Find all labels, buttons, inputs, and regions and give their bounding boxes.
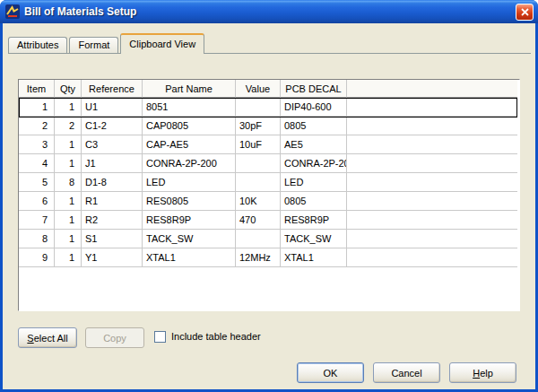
table-cell-filler <box>347 154 517 173</box>
table-cell: S1 <box>82 230 143 248</box>
table-cell: 1 <box>55 135 82 154</box>
table-cell: DIP40-600 <box>281 98 347 117</box>
table-cell: Y1 <box>82 248 143 267</box>
bill-of-materials-dialog: Bill of Materials Setup Attributes Forma… <box>0 0 538 392</box>
bom-grid-viewport: ItemQtyReferencePart NameValuePCB DECAL … <box>19 80 517 309</box>
table-cell: 30pF <box>236 117 281 135</box>
window-title: Bill of Materials Setup <box>24 0 136 23</box>
column-header: Item <box>19 80 55 98</box>
table-cell: 1 <box>55 98 82 117</box>
table-cell: 9 <box>19 248 55 267</box>
table-row[interactable]: 81S1TACK_SWTACK_SW <box>19 230 517 248</box>
close-x-icon <box>521 8 529 16</box>
table-cell: 5 <box>19 173 55 192</box>
table-cell-filler <box>347 98 517 117</box>
table-cell-filler <box>347 135 517 154</box>
cancel-button[interactable]: Cancel <box>373 362 440 383</box>
table-cell: 1 <box>19 98 55 117</box>
ok-button[interactable]: OK <box>297 362 364 383</box>
table-cell: 8051 <box>143 98 236 117</box>
column-header: Qty <box>55 80 82 98</box>
column-header: PCB DECAL <box>281 80 347 98</box>
table-cell: 8 <box>55 173 82 192</box>
table-cell: CAP-AE5 <box>143 135 236 154</box>
tab-clipboard-view[interactable]: Clipboard View <box>120 33 204 54</box>
include-table-header-checkbox[interactable] <box>154 331 166 343</box>
table-cell: RES0805 <box>143 192 236 211</box>
table-cell: 10uF <box>236 135 281 154</box>
table-cell: C3 <box>82 135 143 154</box>
table-cell: 1 <box>55 248 82 267</box>
table-row[interactable]: 91Y1XTAL112MHzXTAL1 <box>19 248 517 267</box>
table-cell: CAP0805 <box>143 117 236 135</box>
bom-grid: ItemQtyReferencePart NameValuePCB DECAL … <box>18 79 520 311</box>
table-cell: 7 <box>19 211 55 230</box>
table-cell: J1 <box>82 154 143 173</box>
table-cell: 0805 <box>281 192 347 211</box>
table-cell: 10K <box>236 192 281 211</box>
table-cell: LED <box>281 173 347 192</box>
tab-baseline <box>8 53 531 54</box>
copy-button[interactable]: Copy <box>85 327 144 348</box>
table-cell: D1-8 <box>82 173 143 192</box>
table-cell: 4 <box>19 154 55 173</box>
table-cell-filler <box>347 117 517 135</box>
include-table-header-label: Include table header <box>171 330 261 344</box>
column-header: Part Name <box>143 80 236 98</box>
table-cell-filler <box>347 211 517 230</box>
help-button[interactable]: Help <box>449 362 516 383</box>
table-cell-filler <box>347 173 517 192</box>
table-cell-filler <box>347 248 517 267</box>
table-cell: RES8R9P <box>281 211 347 230</box>
table-cell: 2 <box>55 117 82 135</box>
table-cell: C1-2 <box>82 117 143 135</box>
table-cell: U1 <box>82 98 143 117</box>
table-row[interactable]: 71R2RES8R9P470RES8R9P <box>19 211 517 230</box>
table-cell: XTAL1 <box>281 248 347 267</box>
column-header: Value <box>236 80 281 98</box>
table-row[interactable]: 58D1-8LEDLED <box>19 173 517 192</box>
table-cell: 3 <box>19 135 55 154</box>
select-all-button[interactable]: Select All <box>18 327 77 348</box>
table-cell: RES8R9P <box>143 211 236 230</box>
table-row[interactable]: 41J1CONRA-2P-200CONRA-2P-200 <box>19 154 517 173</box>
table-cell: R1 <box>82 192 143 211</box>
table-cell: CONRA-2P-200 <box>281 154 347 173</box>
table-row[interactable]: 31C3CAP-AE510uFAE5 <box>19 135 517 154</box>
table-cell: 1 <box>55 192 82 211</box>
table-cell <box>236 173 281 192</box>
table-row[interactable]: 11U18051DIP40-600 <box>19 98 517 117</box>
table-cell: 12MHz <box>236 248 281 267</box>
table-row[interactable]: 22C1-2CAP080530pF0805 <box>19 117 517 135</box>
close-button[interactable] <box>516 4 534 21</box>
table-cell: LED <box>143 173 236 192</box>
table-cell: XTAL1 <box>143 248 236 267</box>
table-cell <box>236 154 281 173</box>
table-cell: 2 <box>19 117 55 135</box>
table-body: 11U18051DIP40-60022C1-2CAP080530pF080531… <box>19 98 517 267</box>
table-cell: R2 <box>82 211 143 230</box>
tab-attributes[interactable]: Attributes <box>8 37 67 53</box>
pads-logo-icon <box>5 4 20 19</box>
table-cell: TACK_SW <box>143 230 236 248</box>
table-cell: AE5 <box>281 135 347 154</box>
table-cell-filler <box>347 230 517 248</box>
tab-format[interactable]: Format <box>69 37 118 53</box>
table-cell: 1 <box>55 154 82 173</box>
title-bar[interactable]: Bill of Materials Setup <box>0 0 538 23</box>
column-header: Reference <box>82 80 143 98</box>
dialog-body: Attributes Format Clipboard View ItemQty… <box>3 23 535 389</box>
table-row[interactable]: 61R1RES080510K0805 <box>19 192 517 211</box>
table-cell: 8 <box>19 230 55 248</box>
table-cell: CONRA-2P-200 <box>143 154 236 173</box>
table-cell: 1 <box>55 211 82 230</box>
table-cell <box>236 230 281 248</box>
table-cell: TACK_SW <box>281 230 347 248</box>
table-cell: 0805 <box>281 117 347 135</box>
bom-table: ItemQtyReferencePart NameValuePCB DECAL … <box>19 80 517 267</box>
table-cell <box>236 98 281 117</box>
table-cell: 470 <box>236 211 281 230</box>
tab-strip: Attributes Format Clipboard View <box>8 32 531 54</box>
column-header-filler <box>347 80 517 98</box>
table-cell: 6 <box>19 192 55 211</box>
